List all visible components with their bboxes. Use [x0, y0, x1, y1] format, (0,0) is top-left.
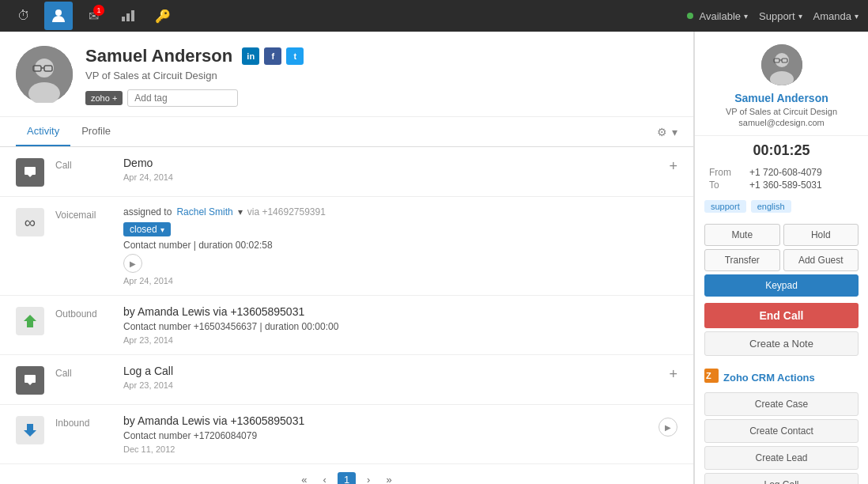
left-panel: Samuel Anderson in f t VP of Sales at Ci…	[0, 32, 694, 484]
tabs-settings[interactable]: ⚙ ▾	[657, 126, 677, 138]
voicemail-icon: ∞	[16, 208, 44, 236]
current-page: 1	[338, 472, 356, 484]
social-icons: in f t	[242, 47, 304, 65]
svg-marker-11	[28, 175, 32, 177]
nav-right: Available Support Amanda	[687, 10, 859, 22]
from-number: +1 720-608-4079	[749, 167, 854, 178]
status-dropdown[interactable]: Available	[687, 10, 749, 22]
svg-rect-1	[122, 17, 125, 21]
list-item: ∞ Voicemail assigned to Rachel Smith ▾ v…	[0, 197, 693, 296]
svg-text:Z: Z	[706, 371, 711, 380]
activity-type-label: Outbound	[55, 308, 112, 320]
play-button[interactable]: ▶	[123, 254, 142, 273]
navbar: ⏱ ✉ 1 🔑 Available Support Amanda	[0, 0, 868, 32]
support-tag: support	[704, 200, 746, 213]
tab-profile[interactable]: Profile	[70, 117, 122, 146]
dropdown-icon[interactable]: ▾	[238, 206, 243, 217]
log-call-button[interactable]: Log Call	[704, 473, 859, 484]
tags-row: support english	[695, 195, 868, 217]
twitter-icon[interactable]: t	[286, 47, 304, 65]
user-dropdown[interactable]: Amanda	[813, 10, 859, 22]
activity-content: Log a Call Apr 23, 2014	[123, 365, 658, 390]
status-label: Available	[700, 10, 742, 22]
call-icon	[16, 366, 44, 395]
assigned-person-link[interactable]: Rachel Smith	[176, 206, 232, 217]
last-page-button[interactable]: »	[381, 472, 396, 484]
main-container: Samuel Anderson in f t VP of Sales at Ci…	[0, 32, 868, 484]
tabs-bar: Activity Profile ⚙ ▾	[0, 117, 693, 147]
zoho-crm-icon: Z	[704, 369, 719, 386]
tag-area: zoho +	[85, 89, 304, 107]
person-nav-icon[interactable]	[44, 2, 73, 30]
add-activity-button[interactable]: +	[669, 366, 677, 383]
clock-nav-icon[interactable]: ⏱	[9, 2, 38, 30]
user-label: Amanda	[813, 10, 851, 22]
mail-badge: 1	[93, 5, 104, 16]
activity-type-label: Inbound	[55, 418, 112, 429]
contact-detail: Contact number +16503456637 | duration 0…	[123, 321, 677, 332]
english-tag: english	[751, 200, 791, 213]
list-item: Call Log a Call Apr 23, 2014 +	[0, 355, 693, 405]
to-number: +1 360-589-5031	[749, 180, 854, 191]
contact-detail: Contact number | duration 00:02:58	[123, 240, 677, 251]
contact-header: Samuel Anderson in f t VP of Sales at Ci…	[0, 32, 693, 117]
call-controls: Mute Hold Transfer Add Guest Keypad End …	[695, 217, 868, 362]
svg-rect-3	[131, 10, 134, 21]
svg-marker-12	[24, 315, 36, 327]
zoho-tag-button[interactable]: zoho +	[85, 91, 123, 105]
tab-activity[interactable]: Activity	[16, 117, 70, 146]
support-label: Support	[759, 10, 795, 22]
status-badge[interactable]: closed	[123, 222, 171, 236]
outbound-icon	[16, 307, 44, 335]
dropdown-arrow-icon[interactable]: ▾	[672, 126, 677, 138]
activity-list: Call Demo Apr 24, 2014 + ∞ Voicemail ass…	[0, 147, 693, 464]
mail-nav-icon[interactable]: ✉ 1	[79, 2, 108, 30]
support-dropdown[interactable]: Support	[759, 10, 802, 22]
next-page-button[interactable]: ›	[362, 472, 375, 484]
svg-rect-2	[126, 13, 130, 21]
svg-point-0	[55, 9, 62, 16]
first-page-button[interactable]: «	[296, 472, 311, 484]
activity-date: Dec 11, 2012	[123, 444, 647, 454]
crm-label: Zoho CRM Actions	[723, 372, 815, 384]
activity-content: by Amanda Lewis via +13605895031 Contact…	[123, 305, 677, 345]
activity-title: by Amanda Lewis via +13605895031	[123, 414, 647, 427]
contact-avatar	[16, 46, 73, 103]
right-contact-title: VP of Sales at Circuit Design	[704, 107, 859, 116]
add-guest-button[interactable]: Add Guest	[783, 249, 859, 271]
facebook-icon[interactable]: f	[264, 47, 281, 65]
create-lead-button[interactable]: Create Lead	[704, 446, 859, 470]
add-tag-input[interactable]	[127, 89, 238, 107]
prev-page-button[interactable]: ‹	[319, 472, 331, 484]
pagination: « ‹ 1 › »	[0, 464, 693, 484]
keypad-button[interactable]: Keypad	[704, 274, 859, 297]
inbound-icon	[16, 416, 44, 444]
create-case-button[interactable]: Create Case	[704, 392, 859, 416]
right-contact-avatar	[761, 44, 802, 85]
call-from-to: From +1 720-608-4079 To +1 360-589-5031	[695, 162, 868, 195]
gear-icon[interactable]: ⚙	[657, 126, 667, 138]
play-button[interactable]: ▶	[659, 418, 677, 437]
hold-button[interactable]: Hold	[783, 224, 859, 246]
right-contact-email: samuel@cdesign.com	[704, 118, 859, 127]
create-note-button[interactable]: Create a Note	[704, 331, 859, 356]
create-contact-button[interactable]: Create Contact	[704, 419, 859, 443]
activity-title: by Amanda Lewis via +13605895031	[123, 305, 677, 318]
list-item: Call Demo Apr 24, 2014 +	[0, 147, 693, 197]
crm-header: Z Zoho CRM Actions	[704, 369, 859, 386]
mute-button[interactable]: Mute	[704, 224, 780, 246]
add-activity-button[interactable]: +	[669, 158, 677, 175]
chart-nav-icon[interactable]	[114, 2, 142, 30]
contact-title: VP of Sales at Circuit Design	[85, 70, 304, 81]
activity-title: Demo	[123, 157, 658, 169]
activity-date: Apr 23, 2014	[123, 335, 677, 345]
right-contact-name[interactable]: Samuel Anderson	[704, 92, 859, 104]
transfer-button[interactable]: Transfer	[704, 249, 780, 271]
linkedin-icon[interactable]: in	[242, 47, 259, 65]
via-number: via +14692759391	[247, 206, 326, 217]
contact-name: Samuel Anderson in f t	[85, 46, 304, 66]
key-nav-icon[interactable]: 🔑	[149, 2, 177, 30]
activity-content: by Amanda Lewis via +13605895031 Contact…	[123, 414, 647, 454]
end-call-button[interactable]: End Call	[704, 303, 859, 328]
call-icon	[16, 158, 44, 187]
